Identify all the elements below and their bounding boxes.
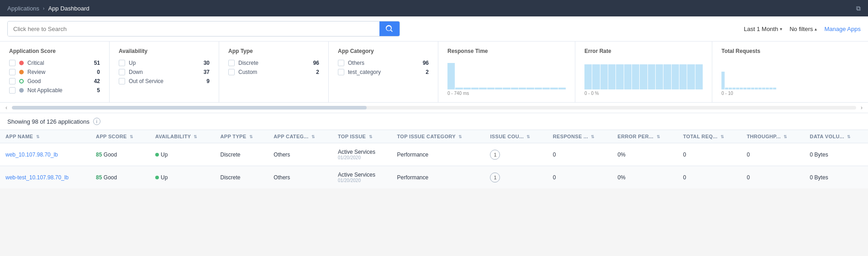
col-response-time[interactable]: RESPONSE ... ⇅	[547, 130, 612, 143]
scroll-right-arrow[interactable]: ›	[859, 104, 864, 112]
chart-bar	[751, 88, 754, 89]
col-data-volume[interactable]: DATA VOLU... ⇅	[805, 130, 868, 143]
search-bar-row: Last 1 Month ▾ No filters ▴ Manage Apps	[0, 16, 868, 42]
no-filters[interactable]: No filters ▴	[789, 26, 817, 32]
nav-separator: ›	[43, 6, 44, 11]
score-label: Good	[104, 174, 117, 181]
score-critical-row[interactable]: Critical 51	[9, 60, 100, 66]
chart-bar	[495, 88, 502, 89]
scroll-thumb	[12, 106, 367, 110]
chart-bar	[479, 88, 486, 89]
chart-bar	[687, 64, 694, 89]
chart-bar	[511, 88, 518, 89]
chart-bar	[740, 88, 743, 89]
chart-bar	[732, 88, 736, 89]
col-app-type[interactable]: APP TYPE ⇅	[215, 130, 268, 143]
app-name-link[interactable]: web-test_10.107.98.70_lb	[5, 174, 68, 181]
chart-bar	[773, 88, 776, 89]
avail-oos-row[interactable]: Out of Service 9	[119, 78, 210, 84]
chart-bar	[640, 64, 647, 89]
no-filters-label: No filters	[789, 26, 813, 32]
col-app-score[interactable]: APP SCORE ⇅	[90, 130, 150, 143]
manage-apps-button[interactable]: Manage Apps	[824, 26, 861, 32]
app-name-link[interactable]: web_10.107.98.70_lb	[5, 152, 58, 158]
cell-app-name[interactable]: web_10.107.98.70_lb	[0, 143, 90, 166]
scroll-left-arrow[interactable]: ‹	[4, 104, 9, 112]
search-input[interactable]	[8, 22, 379, 36]
apptype-custom-checkbox[interactable]	[228, 69, 235, 75]
good-label: Good	[27, 78, 90, 84]
score-critical-checkbox[interactable]	[9, 60, 16, 66]
issue-count-badge: 1	[490, 150, 500, 160]
top-issue-date: 01/20/2020	[338, 178, 386, 183]
avail-oos-checkbox[interactable]	[119, 78, 125, 84]
score-review-checkbox[interactable]	[9, 69, 16, 75]
sort-icon: ⇅	[311, 135, 315, 139]
chart-bar	[542, 88, 550, 89]
score-na-checkbox[interactable]	[9, 87, 16, 94]
cell-app-score: 85 Good	[90, 166, 150, 189]
cell-total-req: 0	[678, 143, 742, 166]
app-type-card-title: App Type	[228, 48, 319, 54]
table-section: Showing 98 of 126 applications i APP NAM…	[0, 113, 868, 188]
na-label: Not Applicable	[27, 87, 93, 94]
col-top-issue-category[interactable]: TOP ISSUE CATEGORY ⇅	[391, 130, 484, 143]
response-time-chart: 0 - 740 ms	[447, 60, 566, 96]
horizontal-scroll-bar[interactable]: ‹ ›	[0, 103, 868, 113]
cell-throughput: 0	[741, 143, 804, 166]
col-issue-count[interactable]: ISSUE COU... ⇅	[484, 130, 547, 143]
col-top-issue[interactable]: TOP ISSUE ⇅	[332, 130, 392, 143]
avail-down-checkbox[interactable]	[119, 69, 125, 75]
time-filter[interactable]: Last 1 Month ▾	[744, 26, 782, 32]
cell-availability: Up	[150, 143, 215, 166]
chart-bar	[471, 88, 479, 89]
col-error-percent[interactable]: ERROR PER... ⇅	[612, 130, 678, 143]
apptype-custom-row[interactable]: Custom 2	[228, 69, 319, 75]
cell-app-name[interactable]: web-test_10.107.98.70_lb	[0, 166, 90, 189]
time-filter-label: Last 1 Month	[744, 26, 778, 32]
col-app-category[interactable]: APP CATEG... ⇅	[268, 130, 332, 143]
apptype-discrete-row[interactable]: Discrete 96	[228, 60, 319, 66]
col-app-name[interactable]: APP NAME ⇅	[0, 130, 90, 143]
chevron-up-icon: ▴	[815, 26, 817, 31]
avail-down-value: 37	[204, 69, 210, 75]
data-table: APP NAME ⇅ APP SCORE ⇅ AVAILABILITY ⇅ AP…	[0, 130, 868, 188]
availability-card: Availability Up 30 Down 37 Out of Servic…	[110, 42, 219, 102]
appcat-others-checkbox[interactable]	[338, 60, 344, 66]
critical-dot	[19, 61, 24, 65]
issue-count-badge: 1	[490, 172, 500, 183]
avail-up-row[interactable]: Up 30	[119, 60, 210, 66]
score-num: 85	[96, 152, 102, 158]
appcat-testcat-checkbox[interactable]	[338, 69, 344, 75]
chart-bar	[736, 88, 739, 89]
external-link-icon[interactable]: ⧉	[856, 5, 861, 12]
apptype-discrete-checkbox[interactable]	[228, 60, 235, 66]
search-button[interactable]	[379, 21, 400, 36]
top-nav: Applications › App Dashboard ⧉	[0, 0, 868, 16]
cell-total-req: 0	[678, 166, 742, 189]
chart-bar	[766, 88, 769, 89]
col-availability[interactable]: AVAILABILITY ⇅	[150, 130, 215, 143]
score-na-row[interactable]: Not Applicable 5	[9, 87, 100, 94]
avail-down-row[interactable]: Down 37	[119, 69, 210, 75]
col-throughput[interactable]: THROUGHP... ⇅	[741, 130, 804, 143]
nav-breadcrumb[interactable]: Applications	[7, 5, 39, 12]
score-good-row[interactable]: Good 42	[9, 78, 100, 84]
avail-up-value: 30	[204, 60, 210, 66]
review-label: Review	[27, 69, 93, 75]
error-rate-chart: 0 - 0 %	[584, 60, 703, 96]
scroll-track[interactable]	[12, 106, 856, 110]
avail-up-checkbox[interactable]	[119, 60, 125, 66]
score-good-checkbox[interactable]	[9, 78, 16, 84]
sort-icon: ⇅	[784, 135, 787, 139]
table-row: web_10.107.98.70_lb 85 Good Up Discrete …	[0, 143, 868, 166]
chart-bar	[656, 64, 663, 89]
appcat-others-row[interactable]: Others 96	[338, 60, 429, 66]
chart-bar	[725, 88, 728, 89]
info-icon[interactable]: i	[93, 118, 100, 125]
col-total-req[interactable]: TOTAL REQ... ⇅	[678, 130, 742, 143]
cell-top-issue: Active Services 01/20/2020	[332, 143, 392, 166]
score-review-row[interactable]: Review 0	[9, 69, 100, 75]
na-dot	[19, 88, 24, 93]
appcat-testcat-row[interactable]: test_category 2	[338, 69, 429, 75]
